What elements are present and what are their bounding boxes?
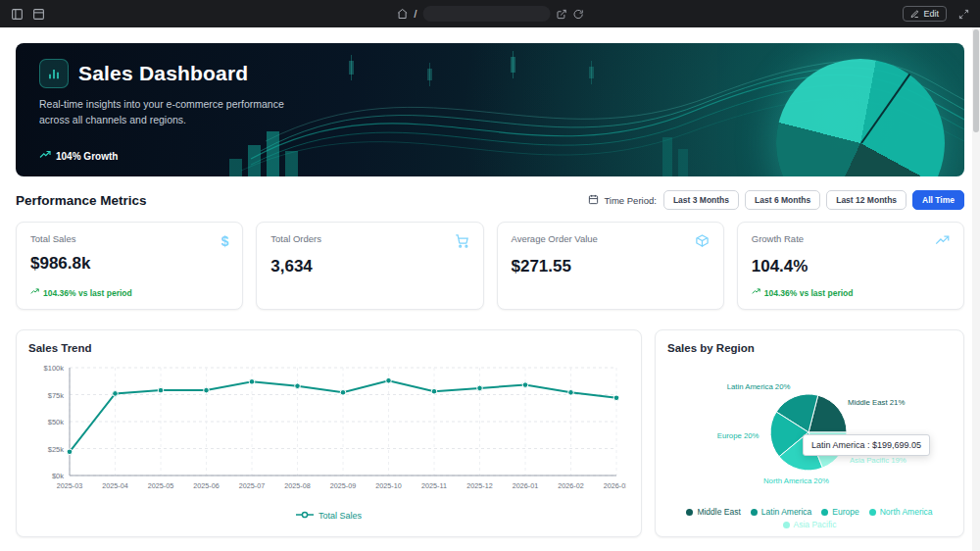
- legend-item-middle-east[interactable]: Middle East: [686, 507, 740, 517]
- svg-text:2025-09: 2025-09: [330, 481, 356, 490]
- expand-icon[interactable]: [955, 5, 972, 23]
- trend-up-icon: [30, 287, 39, 298]
- dollar-icon: $: [220, 233, 228, 249]
- legend-item-asia-pacific[interactable]: Asia Pacific: [783, 520, 837, 529]
- legend-label: North America: [880, 507, 933, 517]
- metric-card-average-order-value: Average Order Value $271.55: [497, 222, 724, 310]
- legend-label: Latin America: [761, 507, 812, 517]
- svg-text:$100k: $100k: [44, 364, 65, 373]
- time-period-label: Time Period:: [604, 195, 657, 206]
- page-title: Sales Dashboard: [78, 62, 248, 85]
- time-period-button-3[interactable]: All Time: [912, 190, 964, 210]
- legend-dot-icon: [821, 509, 828, 516]
- svg-text:2026-03: 2026-03: [604, 481, 626, 490]
- share-icon[interactable]: [556, 9, 566, 20]
- pie-legend: Middle EastLatin AmericaEuropeNorth Amer…: [667, 507, 952, 529]
- metric-title: Average Order Value: [512, 233, 598, 244]
- edit-button[interactable]: Edit: [903, 6, 947, 22]
- svg-text:2025-11: 2025-11: [421, 481, 447, 490]
- metric-value: $271.55: [512, 257, 710, 276]
- trend-up-icon: [935, 233, 950, 252]
- svg-text:Latin America 20%: Latin America 20%: [727, 382, 791, 391]
- sidebar-toggle-icon[interactable]: [8, 5, 25, 23]
- url-field[interactable]: [422, 6, 550, 22]
- legend-label: Asia Pacific: [794, 520, 837, 529]
- line-legend-label: Total Sales: [318, 511, 362, 521]
- scrollbar-thumb[interactable]: [973, 29, 979, 132]
- chart-title: Sales Trend: [28, 342, 629, 354]
- svg-text:2025-10: 2025-10: [375, 481, 401, 490]
- hero-subtitle: Real-time insights into your e-commerce …: [39, 96, 941, 128]
- page-scrollbar[interactable]: [972, 27, 980, 551]
- legend-label: Middle East: [697, 507, 740, 517]
- svg-text:$50k: $50k: [48, 418, 65, 426]
- hero-subtitle-line1: Real-time insights into your e-commerce …: [39, 96, 941, 112]
- sales-by-region-chart[interactable]: Middle East 21%Latin America 20%Europe 2…: [667, 358, 954, 501]
- metric-title: Growth Rate: [752, 233, 804, 244]
- metric-value: 104.4%: [752, 257, 950, 276]
- svg-text:2025-07: 2025-07: [239, 481, 265, 490]
- trend-up-icon: [752, 287, 760, 298]
- refresh-icon[interactable]: [572, 9, 583, 20]
- metric-title: Total Sales: [30, 233, 75, 244]
- sales-trend-chart[interactable]: $0k$25k$50k$75k$100k2025-032025-042025-0…: [28, 358, 626, 505]
- svg-text:2026-02: 2026-02: [558, 481, 583, 490]
- cart-icon: [455, 233, 469, 252]
- metric-card-total-sales: Total Sales $ $986.8k 104.36% vs last pe…: [16, 222, 243, 310]
- svg-text:2025-06: 2025-06: [193, 481, 219, 490]
- svg-text:2025-04: 2025-04: [102, 481, 127, 490]
- hero-subtitle-line2: across all channels and regions.: [39, 112, 941, 127]
- svg-text:2025-12: 2025-12: [466, 481, 492, 490]
- time-period-button-0[interactable]: Last 3 Months: [663, 190, 739, 210]
- address-bar[interactable]: /: [397, 6, 584, 22]
- dashboard-page: Sales Dashboard Real-time insights into …: [0, 27, 980, 537]
- sales-trend-card: Sales Trend $0k$25k$50k$75k$100k2025-032…: [16, 329, 642, 537]
- svg-text:2026-01: 2026-01: [513, 481, 538, 490]
- svg-text:Europe 20%: Europe 20%: [717, 431, 760, 440]
- legend-dot-icon: [751, 509, 758, 516]
- legend-dot-icon: [686, 509, 693, 516]
- browser-chrome: / Edit: [0, 0, 980, 27]
- time-period-button-2[interactable]: Last 12 Months: [826, 190, 906, 210]
- hero-growth-badge: 104% Growth: [39, 149, 118, 163]
- legend-item-latin-america[interactable]: Latin America: [751, 507, 812, 517]
- line-legend-icon: [296, 511, 314, 521]
- pencil-icon: [910, 10, 919, 19]
- legend-total-sales[interactable]: Total Sales: [28, 511, 629, 521]
- edit-button-label: Edit: [923, 9, 939, 19]
- panels-icon[interactable]: [29, 5, 47, 23]
- time-period-label-wrap: Time Period:: [588, 194, 657, 207]
- package-icon: [695, 233, 710, 252]
- svg-text:Asia Pacific 19%: Asia Pacific 19%: [850, 456, 906, 465]
- bar-chart-icon: [39, 59, 69, 88]
- hero-growth-label: 104% Growth: [56, 151, 118, 162]
- metric-delta: 104.36% vs last period: [30, 287, 228, 298]
- legend-item-north-america[interactable]: North America: [869, 507, 933, 517]
- section-heading: Performance Metrics: [16, 193, 147, 208]
- hero-banner: Sales Dashboard Real-time insights into …: [16, 43, 964, 176]
- time-period-group: Last 3 MonthsLast 6 MonthsLast 12 Months…: [663, 190, 964, 210]
- metric-title: Total Orders: [270, 233, 321, 244]
- url-path[interactable]: /: [415, 9, 417, 20]
- sales-by-region-card: Sales by Region Middle East 21%Latin Ame…: [655, 329, 964, 537]
- chart-tooltip: Latin America : $199,699.05: [803, 434, 930, 456]
- svg-text:North America 20%: North America 20%: [763, 476, 829, 485]
- trend-up-icon: [39, 149, 51, 163]
- time-period-button-1[interactable]: Last 6 Months: [745, 190, 820, 210]
- metric-cards-row: Total Sales $ $986.8k 104.36% vs last pe…: [16, 222, 964, 310]
- svg-text:$25k: $25k: [48, 445, 65, 454]
- calendar-icon: [588, 194, 599, 207]
- metric-value: $986.8k: [30, 254, 228, 274]
- svg-text:$75k: $75k: [48, 391, 65, 400]
- svg-text:2025-08: 2025-08: [284, 481, 310, 490]
- metric-value: 3,634: [270, 257, 468, 276]
- svg-text:2025-05: 2025-05: [148, 481, 173, 490]
- svg-text:2025-03: 2025-03: [57, 481, 82, 490]
- legend-label: Europe: [832, 507, 858, 517]
- charts-row: Sales Trend $0k$25k$50k$75k$100k2025-032…: [16, 329, 964, 537]
- home-icon[interactable]: [397, 8, 409, 20]
- metric-delta: 104.36% vs last period: [752, 287, 950, 298]
- svg-text:$0k: $0k: [52, 472, 64, 480]
- legend-item-europe[interactable]: Europe: [821, 507, 858, 517]
- metric-delta-label: 104.36% vs last period: [764, 288, 854, 298]
